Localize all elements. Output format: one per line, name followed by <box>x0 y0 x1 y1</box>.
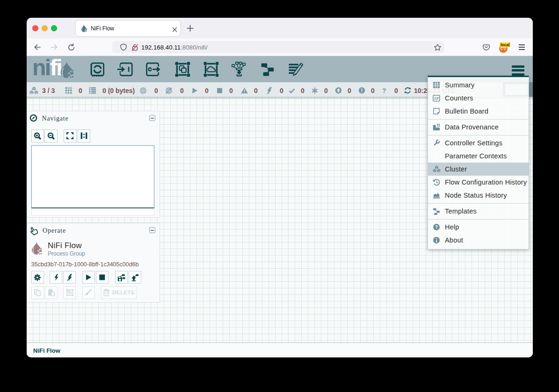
svg-text:23: 23 <box>434 96 438 100</box>
svg-text:?: ? <box>435 225 438 230</box>
